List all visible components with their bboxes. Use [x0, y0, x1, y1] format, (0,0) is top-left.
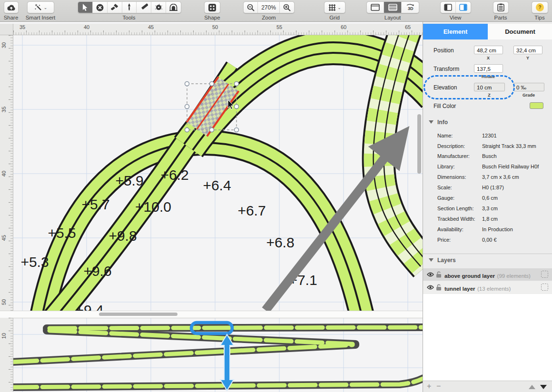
info-row-label: Price:: [437, 237, 451, 243]
magic-wand-icon: [34, 3, 42, 11]
elevation-adjust-arrow[interactable]: [220, 334, 234, 391]
unlock-icon[interactable]: [436, 284, 442, 291]
elevation-label: +5.7: [81, 196, 109, 212]
inspector-panel: Element Document Position X Y Transform …: [423, 22, 552, 392]
shape-icon: [208, 3, 217, 12]
canvas-scroll-strip: [0, 311, 423, 318]
y-sublabel: Y: [526, 56, 529, 60]
elevation-label: +9.6: [83, 263, 111, 279]
layout-segmented-control: 3D: [366, 1, 419, 13]
measure-tool-button[interactable]: [137, 2, 151, 13]
remove-layer-button[interactable]: −: [436, 382, 441, 391]
eye-icon[interactable]: [427, 272, 434, 277]
select-tool-button[interactable]: [78, 2, 93, 13]
elevation-label: +9.8: [108, 228, 137, 244]
transform-label: Transform: [434, 66, 459, 72]
zoom-level-value[interactable]: 270%: [258, 2, 279, 13]
fill-color-label: Fill Color: [434, 103, 456, 109]
layout-split-button[interactable]: [384, 2, 401, 13]
elevation-label: +5.3: [20, 254, 49, 270]
parts-button[interactable]: [493, 1, 509, 13]
view-left-sidebar-button[interactable]: [441, 2, 456, 13]
elevation-label: +6.2: [160, 167, 188, 183]
paint-tool-button[interactable]: [108, 2, 122, 13]
move-layer-up-button[interactable]: [529, 385, 535, 389]
view-segmented-control: [440, 1, 471, 13]
layer-color-box[interactable]: [541, 271, 548, 278]
zoom-segmented-control: 270%: [243, 1, 295, 13]
tunnel-tool-button[interactable]: [166, 2, 181, 13]
ruler-mark: 45: [148, 24, 154, 30]
ruler-icon: [140, 3, 148, 11]
view-right-sidebar-button[interactable]: [456, 2, 471, 13]
tunnel-icon: [169, 4, 177, 11]
shape-label: Shape: [204, 15, 220, 20]
elevation-label: +5.9: [115, 173, 143, 188]
section-divider: [423, 254, 552, 254]
zoom-out-button[interactable]: [244, 2, 258, 13]
move-layer-down-button[interactable]: [540, 385, 547, 389]
elevation-label: +6.8: [266, 235, 294, 250]
layers-footer-bar: + −: [423, 381, 552, 392]
elevation-label: +10.0: [135, 199, 171, 215]
tips-button[interactable]: ?: [532, 1, 548, 13]
horizontal-scrollbar[interactable]: [99, 313, 177, 316]
ruler-vertical: 30 35 40 45 50: [0, 35, 13, 311]
info-row-label: Manufacturer:: [437, 153, 470, 159]
add-layer-button[interactable]: +: [427, 382, 431, 391]
ruler-mark: 45: [1, 235, 7, 241]
info-row-value: 3,7 cm x 3,6 cm: [482, 174, 519, 180]
vertical-scrollbar[interactable]: [417, 114, 421, 174]
ruler-mark: 10: [1, 333, 7, 339]
share-button[interactable]: [4, 1, 19, 13]
svg-text:3D: 3D: [408, 6, 414, 11]
layout-3d-button[interactable]: 3D: [402, 2, 419, 13]
dropper-tool-button[interactable]: [122, 2, 137, 13]
tips-label: Tips: [534, 15, 544, 20]
left-panel-icon: [444, 4, 452, 11]
elevation-profile-canvas[interactable]: [13, 318, 423, 392]
layer-color-box[interactable]: [541, 284, 548, 291]
rotate-field[interactable]: [474, 64, 503, 73]
zoom-in-button[interactable]: [280, 2, 294, 13]
brush-icon: [110, 4, 118, 11]
position-y-field[interactable]: [513, 46, 542, 54]
view-label: View: [450, 15, 462, 20]
grade-field[interactable]: [513, 83, 544, 91]
info-row-label: Trackbed Width:: [437, 216, 475, 222]
window-toolbar-icon: [371, 4, 380, 11]
smart-insert-button[interactable]: ⌄: [27, 1, 54, 13]
chevron-down-icon: ⌄: [44, 5, 48, 10]
elevation-label: +6.4: [203, 177, 231, 193]
three-d-icon: 3D: [405, 3, 415, 11]
elevation-profile-drawing: [13, 318, 423, 392]
tab-document[interactable]: Document: [488, 24, 552, 39]
info-row-value: 1,8 cm: [482, 216, 498, 222]
info-row-value: Straight Track 33,3 mm: [482, 143, 536, 149]
shape-button[interactable]: [204, 1, 220, 13]
position-x-field[interactable]: [474, 46, 503, 54]
delete-tool-button[interactable]: [93, 2, 108, 13]
layers-section-title: Layers: [437, 257, 456, 264]
profile-tracks: [13, 327, 423, 387]
info-row-label: Library:: [437, 164, 455, 169]
info-disclosure-triangle[interactable]: [429, 120, 434, 124]
layout-single-button[interactable]: [367, 2, 384, 13]
tab-element[interactable]: Element: [423, 24, 488, 39]
fill-color-swatch[interactable]: [530, 102, 543, 109]
info-row-label: Name:: [437, 133, 453, 138]
ruler-mark: 40: [1, 171, 7, 176]
grid-button[interactable]: ⌄: [324, 1, 345, 13]
share-label: Share: [4, 15, 19, 20]
info-row-value: 0,00 €: [482, 237, 497, 243]
cursor-icon: [82, 4, 89, 11]
layers-empty-area: [423, 294, 552, 381]
layer-row-above-ground[interactable]: above ground layer (99 elements): [423, 268, 552, 281]
layer-row-tunnel[interactable]: tunnel layer (13 elements): [423, 281, 552, 294]
unlock-icon[interactable]: [436, 271, 442, 278]
layers-disclosure-triangle[interactable]: [429, 258, 434, 262]
track-plan-canvas[interactable]: +5.9 +6.2 +6.4 +5.7 +10.0 +6.7 +5.5 +9.8…: [13, 35, 423, 311]
cut-tool-button[interactable]: [151, 2, 166, 13]
eye-icon[interactable]: [427, 285, 434, 290]
info-row-label: Availability:: [437, 226, 463, 232]
